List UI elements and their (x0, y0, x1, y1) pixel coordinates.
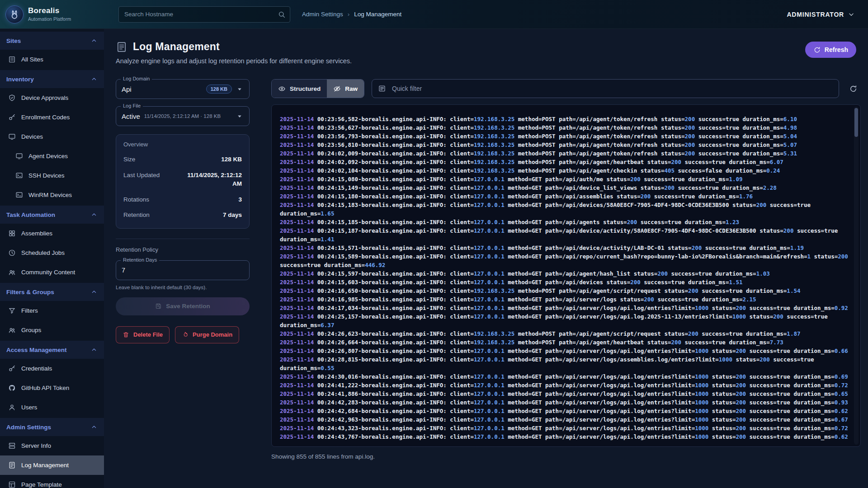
sidebar-section-header-task-automation[interactable]: Task Automation (0, 206, 104, 224)
eye-off-icon (333, 85, 341, 93)
sidebar-section-header-sites[interactable]: Sites (0, 32, 104, 50)
section-label: Sites (6, 38, 21, 44)
refresh-button[interactable]: Refresh (805, 42, 856, 58)
sidebar-item-github-api-token[interactable]: GitHub API Token (0, 378, 104, 398)
log-line: 2025-11-14 00:24:15,180-borealis.engine.… (280, 192, 854, 201)
sidebar-section-access-management: Access ManagementCredentialsGitHub API T… (0, 341, 104, 417)
overview-value: 128 KB (221, 155, 242, 164)
sidebar-item-label: Log Management (21, 462, 69, 469)
retention-days-field: Retention Days (116, 260, 250, 280)
page-title-row: Log Management (116, 41, 861, 53)
user-icon (8, 404, 16, 411)
groups-icon (8, 326, 16, 334)
sidebar-item-log-management[interactable]: Log Management (0, 455, 104, 475)
breadcrumb-log-management[interactable]: Log Management (354, 11, 401, 18)
section-label: Access Management (6, 347, 67, 353)
log-refresh-button[interactable] (845, 81, 861, 96)
page-header: Log Management Analyze engine logs and a… (116, 41, 861, 65)
log-output[interactable]: 2025-11-14 00:23:56,582-borealis.engine.… (272, 105, 860, 447)
purge-domain-button[interactable]: Purge Domain (175, 326, 239, 343)
log-line-count: Showing 855 of 855 lines from api.log. (271, 453, 861, 460)
save-retention-button[interactable]: Save Retention (116, 297, 250, 315)
retention-policy-section: Retention Policy Retention Days Leave bl… (116, 239, 250, 315)
sidebar-item-groups[interactable]: Groups (0, 320, 104, 340)
sidebar-section-header-admin-settings[interactable]: Admin Settings (0, 418, 104, 436)
borealis-logo-icon (5, 5, 24, 23)
winrm-icon (15, 191, 23, 199)
breadcrumb-admin-settings[interactable]: Admin Settings (302, 11, 343, 18)
overview-rows: Size128 KBLast Updated11/14/2025, 2:12:1… (123, 155, 242, 220)
log-line: 2025-11-14 00:24:16,650-borealis.engine.… (280, 286, 854, 295)
sidebar-item-users[interactable]: Users (0, 398, 104, 417)
log-line: 2025-11-14 00:24:16,985-borealis.engine.… (280, 295, 854, 304)
log-line: 2025-11-14 00:24:41,886-borealis.engine.… (280, 389, 854, 398)
sidebar-item-label: SSH Devices (28, 172, 65, 179)
log-line: 2025-11-14 00:24:15,603-borealis.engine.… (280, 278, 854, 286)
overview-label: Retention (123, 211, 150, 220)
sidebar-item-scheduled-jobs[interactable]: Scheduled Jobs (0, 243, 104, 263)
sidebar-item-community-content[interactable]: Community Content (0, 263, 104, 282)
raw-view-button[interactable]: Raw (327, 80, 364, 98)
raw-view-label: Raw (345, 85, 358, 92)
log-output-panel: 2025-11-14 00:23:56,582-borealis.engine.… (271, 104, 861, 447)
sidebar-item-assemblies[interactable]: Assemblies (0, 224, 104, 243)
log-viewer-panel: Structured Raw (271, 79, 861, 460)
log-domain-size-badge: 128 KB (206, 84, 232, 94)
overview-value: 7 days (223, 211, 242, 220)
log-file-select[interactable]: Log File Active 11/14/2025, 2:12:12 AM ·… (116, 106, 250, 126)
sidebar-item-label: Enrollment Codes (21, 114, 70, 121)
sidebar-item-filters[interactable]: Filters (0, 301, 104, 320)
purge-domain-label: Purge Domain (193, 331, 232, 338)
log-line: 2025-11-14 00:24:15,589-borealis.engine.… (280, 252, 854, 269)
structured-view-button[interactable]: Structured (272, 80, 327, 98)
sidebar-item-devices[interactable]: Devices (0, 127, 104, 146)
approvals-icon (8, 94, 16, 102)
sidebar-section-header-inventory[interactable]: Inventory (0, 70, 104, 88)
overview-row-retention: Retention7 days (123, 211, 242, 220)
retention-days-input[interactable] (122, 267, 244, 274)
log-line: 2025-11-14 00:24:15,571-borealis.engine.… (280, 244, 854, 252)
chevron-up-icon (90, 288, 98, 296)
section-label: Task Automation (6, 211, 55, 218)
sidebar-item-agent-devices[interactable]: Agent Devices (0, 146, 104, 166)
log-line: 2025-11-14 00:24:26,664-borealis.engine.… (280, 338, 854, 347)
sidebar-section-header-filters-groups[interactable]: Filters & Groups (0, 283, 104, 301)
sidebar-item-all-sites[interactable]: All Sites (0, 50, 104, 69)
log-line: 2025-11-14 00:24:15,185-borealis.engine.… (280, 218, 854, 226)
sidebar-item-credentials[interactable]: Credentials (0, 359, 104, 378)
github-icon (8, 384, 16, 392)
server-icon (8, 442, 16, 450)
search-input[interactable] (118, 6, 290, 23)
log-line: 2025-11-14 00:24:15,183-borealis.engine.… (280, 201, 854, 218)
sidebar-section-sites: SitesAll Sites (0, 32, 104, 69)
log-scrollbar-thumb[interactable] (854, 108, 858, 137)
refresh-icon (849, 84, 858, 93)
refresh-icon (813, 46, 821, 54)
sidebar-item-server-info[interactable]: Server Info (0, 436, 104, 455)
brand[interactable]: Borealis Automation Platform (5, 5, 104, 23)
filter-list-icon (378, 84, 386, 93)
page-subtitle: Analyze engine logs and adjust log reten… (116, 57, 861, 65)
sidebar-item-winrm-devices[interactable]: WinRM Devices (0, 185, 104, 205)
quick-filter-input[interactable] (372, 79, 839, 98)
danger-actions: Delete File Purge Domain (116, 326, 250, 343)
overview-row-rotations: Rotations3 (123, 195, 242, 204)
delete-file-label: Delete File (133, 331, 163, 338)
log-domain-select[interactable]: Log Domain Api 128 KB (116, 79, 250, 99)
sidebar-item-label: Agent Devices (28, 153, 68, 160)
caret-down-icon (236, 112, 244, 120)
sidebar-item-page-template[interactable]: Page Template (0, 475, 104, 488)
sidebar-section-header-access-management[interactable]: Access Management (0, 341, 104, 359)
log-scrollbar[interactable] (854, 107, 859, 445)
sites-icon (8, 56, 16, 63)
sidebar-item-enrollment-codes[interactable]: Enrollment Codes (0, 108, 104, 127)
sidebar-item-device-approvals[interactable]: Device Approvals (0, 88, 104, 108)
overview-value: 11/14/2025, 2:12:12 AM (176, 171, 242, 188)
delete-file-button[interactable]: Delete File (116, 326, 170, 343)
log-file-meta: 11/14/2025, 2:12:12 AM · 128 KB (144, 113, 221, 119)
agent-icon (15, 152, 23, 160)
sidebar-item-ssh-devices[interactable]: SSH Devices (0, 166, 104, 185)
log-line: 2025-11-14 00:24:43,767-borealis.engine.… (280, 432, 854, 441)
log-line: 2025-11-14 00:24:43,323-borealis.engine.… (280, 424, 854, 432)
user-menu[interactable]: ADMINISTRATOR (787, 10, 855, 19)
